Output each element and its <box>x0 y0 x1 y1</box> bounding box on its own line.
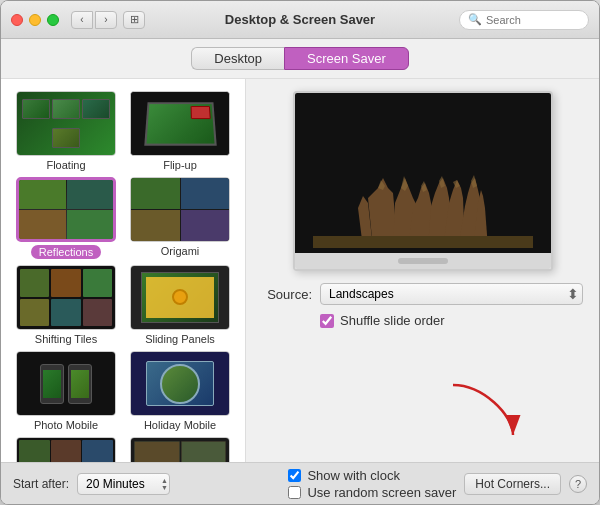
saver-thumb-photomobile <box>16 351 116 416</box>
forward-icon: › <box>104 14 107 25</box>
saver-label: Photo Mobile <box>34 419 98 431</box>
saver-label-selected: Reflections <box>31 245 101 259</box>
saver-thumb-photowall <box>16 437 116 462</box>
show-clock-checkbox[interactable] <box>288 469 301 482</box>
show-clock-label: Show with clock <box>307 468 399 483</box>
saver-label: Floating <box>46 159 85 171</box>
nav-buttons: ‹ › <box>71 11 117 29</box>
list-item[interactable]: Shifting Tiles <box>13 265 119 345</box>
shuffle-row: Shuffle slide order <box>262 313 583 328</box>
close-button[interactable] <box>11 14 23 26</box>
list-item[interactable]: Photo Mobile <box>13 351 119 431</box>
help-button[interactable]: ? <box>569 475 587 493</box>
search-box: 🔍 <box>459 10 589 30</box>
list-item[interactable]: Photo Wall <box>13 437 119 462</box>
search-icon: 🔍 <box>468 13 482 26</box>
list-item[interactable]: Floating <box>13 91 119 171</box>
search-input[interactable] <box>486 14 580 26</box>
back-button[interactable]: ‹ <box>71 11 93 29</box>
shuffle-checkbox[interactable] <box>320 314 334 328</box>
shuffle-label: Shuffle slide order <box>340 313 445 328</box>
saver-grid: Floating Flip-up <box>9 87 237 462</box>
bottom-bar: Start after: 1 Minute 2 Minutes 5 Minute… <box>1 462 599 504</box>
screensaver-list: Floating Flip-up <box>1 79 246 462</box>
hot-corners-arrow <box>443 375 523 445</box>
saver-thumb-flipup <box>130 91 230 156</box>
random-saver-row: Use random screen saver <box>288 485 456 500</box>
stepper-up-icon: ▲ <box>161 477 168 484</box>
forward-button[interactable]: › <box>95 11 117 29</box>
saver-thumb-sliding <box>130 265 230 330</box>
maximize-button[interactable] <box>47 14 59 26</box>
list-item[interactable]: Holiday Mobile <box>127 351 233 431</box>
source-label: Source: <box>262 287 312 302</box>
saver-thumb-shifting <box>16 265 116 330</box>
saver-label: Origami <box>161 245 200 257</box>
bottom-checkboxes: Show with clock Use random screen saver <box>288 468 456 500</box>
preview-frame <box>293 91 553 271</box>
right-panel: Source: Landscapes Desktop Pictures Nati… <box>246 79 599 462</box>
arrow-area <box>262 340 583 450</box>
controls-area: Source: Landscapes Desktop Pictures Nati… <box>262 283 583 328</box>
main-content: Floating Flip-up <box>1 79 599 462</box>
saver-thumb-holiday <box>130 351 230 416</box>
minimize-button[interactable] <box>29 14 41 26</box>
tab-screensaver[interactable]: Screen Saver <box>284 47 409 70</box>
stepper-arrows: ▲ ▼ <box>161 474 168 494</box>
tabbar: Desktop Screen Saver <box>1 39 599 79</box>
list-item[interactable]: Origami <box>127 177 233 259</box>
random-saver-label: Use random screen saver <box>307 485 456 500</box>
hot-corners-button[interactable]: Hot Corners... <box>464 473 561 495</box>
saver-thumb-vintage <box>130 437 230 462</box>
tab-desktop[interactable]: Desktop <box>191 47 284 70</box>
preview-screen <box>295 93 551 253</box>
main-window: ‹ › ⊞ Desktop & Screen Saver 🔍 Desktop S… <box>0 0 600 505</box>
grid-icon: ⊞ <box>130 13 139 26</box>
saver-label: Holiday Mobile <box>144 419 216 431</box>
show-clock-row: Show with clock <box>288 468 456 483</box>
preview-notch <box>398 258 448 264</box>
saver-label: Shifting Tiles <box>35 333 97 345</box>
back-icon: ‹ <box>80 14 83 25</box>
window-title: Desktop & Screen Saver <box>225 12 375 27</box>
preview-bottom-bar <box>295 253 551 269</box>
saver-thumb-origami <box>130 177 230 242</box>
saver-label: Sliding Panels <box>145 333 215 345</box>
source-row: Source: Landscapes Desktop Pictures Nati… <box>262 283 583 305</box>
random-saver-checkbox[interactable] <box>288 486 301 499</box>
traffic-lights <box>11 14 59 26</box>
preview-area <box>262 91 583 271</box>
saver-thumb-floating <box>16 91 116 156</box>
saver-label: Flip-up <box>163 159 197 171</box>
source-select[interactable]: Landscapes Desktop Pictures National Geo… <box>320 283 583 305</box>
list-item[interactable]: Flip-up <box>127 91 233 171</box>
titlebar: ‹ › ⊞ Desktop & Screen Saver 🔍 <box>1 1 599 39</box>
list-item[interactable]: Reflections <box>13 177 119 259</box>
start-after-stepper: 1 Minute 2 Minutes 5 Minutes 10 Minutes … <box>77 473 170 495</box>
start-after-select[interactable]: 1 Minute 2 Minutes 5 Minutes 10 Minutes … <box>77 473 170 495</box>
list-item[interactable]: Vintage Prints <box>127 437 233 462</box>
landscape-preview <box>313 118 533 248</box>
saver-thumb-reflections <box>16 177 116 242</box>
svg-rect-15 <box>313 236 533 248</box>
start-after-label: Start after: <box>13 477 69 491</box>
source-select-wrapper: Landscapes Desktop Pictures National Geo… <box>320 283 583 305</box>
list-item[interactable]: Sliding Panels <box>127 265 233 345</box>
grid-button[interactable]: ⊞ <box>123 11 145 29</box>
stepper-down-icon: ▼ <box>161 484 168 491</box>
